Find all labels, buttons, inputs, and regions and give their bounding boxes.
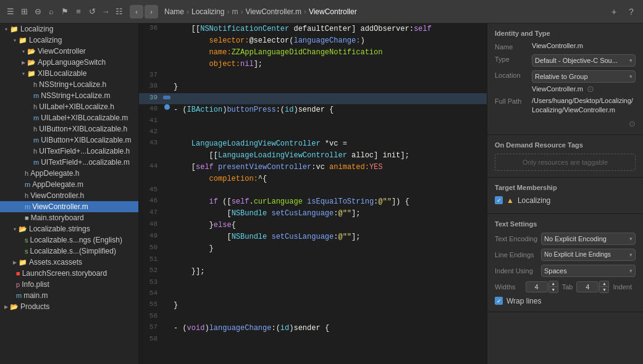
breadcrumb-item-class[interactable]: ViewController xyxy=(309,7,357,16)
name-row: Name ViewController.m xyxy=(495,42,636,51)
code-line: 49 [NSBundle setCusLanguage:@""]; xyxy=(139,231,487,243)
line-number xyxy=(139,35,162,36)
sidebar-item-localizing-root[interactable]: ▾ 📁 Localizing xyxy=(0,23,138,35)
sidebar-item-localizable-simplified[interactable]: s Localizable.s...(Simplified) xyxy=(0,246,138,257)
sidebar-item-assets[interactable]: ▶ 📁 Assets.xcassets xyxy=(0,257,138,268)
sidebar-item-nsstring-h[interactable]: h NSString+Localize.h xyxy=(0,79,138,90)
lineendings-select[interactable]: No Explicit Line Endings ▾ xyxy=(541,249,636,261)
indent-width-input[interactable] xyxy=(576,281,599,292)
sidebar-item-appdelegate-h[interactable]: h AppDelegate.h xyxy=(0,168,138,179)
grid-icon[interactable]: ⊞ xyxy=(19,6,30,17)
file-icon: h xyxy=(33,81,37,88)
code-text: }]; xyxy=(171,266,487,278)
comment-icon[interactable]: ☷ xyxy=(114,6,125,17)
sidebar-item-nsstring-m[interactable]: m NSString+Localize.m xyxy=(0,90,138,101)
sidebar-item-localizable-strings[interactable]: ▾ 📂 Localizable.strings xyxy=(0,223,138,234)
sidebar-item-info-plist[interactable]: p Info.plist xyxy=(0,279,138,290)
breadcrumb-item-1[interactable]: Name xyxy=(164,7,184,16)
select-arrow-icon: ▾ xyxy=(629,57,632,64)
sidebar-item-xiblocalizable[interactable]: ▾ 📁 XIBLocalizable xyxy=(0,68,138,79)
stepper-up-button[interactable]: ▲ xyxy=(549,281,558,287)
help-button[interactable]: ? xyxy=(624,5,638,19)
code-line-current: 39 xyxy=(139,93,487,104)
sidebar-item-uilabel-h[interactable]: h UILabel+XIBLocalize.h xyxy=(0,101,138,112)
code-text xyxy=(171,289,487,290)
sidebar-item-viewcontroller-m[interactable]: m ViewController.m xyxy=(0,201,138,212)
select-arrow-icon: ▾ xyxy=(629,268,632,274)
indent-select[interactable]: Spaces ▾ xyxy=(541,265,636,277)
path-reveal-icon[interactable]: ⊙ xyxy=(587,84,594,94)
encoding-select[interactable]: No Explicit Encoding ▾ xyxy=(541,233,636,245)
file-icon: ■ xyxy=(25,214,29,221)
inspector-panel: Identity and Type Name ViewController.m … xyxy=(487,23,643,364)
sidebar-item-uitextfield-h[interactable]: h UITextField+...Localizable.h xyxy=(0,146,138,157)
arrow-icon: ▶ xyxy=(11,260,19,265)
search-icon[interactable]: ⌕ xyxy=(46,6,57,17)
sidebar-item-appdelegate-m[interactable]: m AppDelegate.m xyxy=(0,179,138,190)
file-icon: m xyxy=(33,114,39,122)
sidebar-item-uibutton-h[interactable]: h UIButton+XIBLocalizable.h xyxy=(0,123,138,134)
sidebar-item-label: main.m xyxy=(23,291,48,300)
nav-back-button[interactable]: ‹ xyxy=(130,5,143,19)
add-file-button[interactable]: + xyxy=(607,5,621,19)
refresh-icon[interactable]: ↺ xyxy=(86,6,98,17)
sidebar-toggle-icon[interactable]: ☰ xyxy=(5,6,16,17)
stepper-down-button[interactable]: ▼ xyxy=(549,287,558,292)
breadcrumb-sep-4: › xyxy=(304,7,306,16)
breadcrumb: Name › Localizing › m › ViewController.m… xyxy=(164,7,357,16)
indent-stepper-group: ▲ ▼ xyxy=(576,281,609,293)
code-line: 46 if ([self.curLanguage isEqualToString… xyxy=(139,196,487,208)
location-select[interactable]: Relative to Group ▾ xyxy=(532,70,636,83)
sidebar-item-main-m[interactable]: m main.m xyxy=(0,290,138,301)
target-checkbox[interactable]: ✓ xyxy=(495,196,503,204)
breakpoint-area[interactable] xyxy=(162,104,171,110)
tab-width-input[interactable] xyxy=(526,281,548,292)
wrap-checkbox[interactable]: ✓ xyxy=(495,297,503,305)
sidebar-item-uibutton-m[interactable]: m UIButton+XIBLocalizable.m xyxy=(0,134,138,146)
nav-forward-button[interactable]: › xyxy=(145,5,158,19)
sidebar-item-viewcontroller-h[interactable]: h ViewController.h xyxy=(0,190,138,201)
tab-stepper[interactable]: ▲ ▼ xyxy=(548,281,558,293)
stepper-up-button[interactable]: ▲ xyxy=(600,281,608,287)
fullpath-reveal-icon[interactable]: ⊙ xyxy=(629,119,636,128)
fullpath-row: Full Path /Users/huang/Desktop/Localizin… xyxy=(495,96,636,115)
code-editor[interactable]: 36 [[NSNotificationCenter defaultCenter]… xyxy=(139,23,487,364)
code-text: [[LanguageLoadingViewController alloc] i… xyxy=(171,150,487,162)
sidebar-item-main-storyboard[interactable]: ■ Main.storyboard xyxy=(0,212,138,223)
forward-icon[interactable]: → xyxy=(100,6,111,17)
list-icon[interactable]: ≡ xyxy=(73,6,84,17)
code-text: [[NSNotificationCenter defaultCenter] ad… xyxy=(171,23,487,35)
line-number: 53 xyxy=(139,278,162,286)
sidebar-item-label: ViewController.h xyxy=(30,191,84,200)
lineendings-row: Line Endings No Explicit Line Endings ▾ xyxy=(495,249,636,261)
code-text xyxy=(171,278,487,279)
identity-section: Identity and Type Name ViewController.m … xyxy=(487,23,643,135)
line-number: 57 xyxy=(139,323,162,331)
code-line: 44 [self presentViewController:vc animat… xyxy=(139,162,487,173)
file-icon: m xyxy=(25,181,30,188)
breadcrumb-item-2[interactable]: Localizing xyxy=(191,7,224,16)
sidebar-item-viewcontroller-folder[interactable]: ▾ 📂 ViewController xyxy=(0,46,138,57)
git-icon[interactable]: ⊖ xyxy=(32,6,43,17)
breadcrumb-item-file[interactable]: ViewController.m xyxy=(245,7,301,16)
sidebar-item-localizable-english[interactable]: s Localizable.s...ngs (English) xyxy=(0,234,138,246)
sidebar-item-localizing-sub[interactable]: ▾ 📁 Localizing xyxy=(0,35,138,46)
sidebar-item-uitextfield-m[interactable]: m UITextField+...ocalizable.m xyxy=(0,157,138,168)
line-number: 37 xyxy=(139,70,162,78)
identity-section-title: Identity and Type xyxy=(495,30,636,37)
tags-section: On Demand Resource Tags Only resources a… xyxy=(487,135,643,178)
indent-stepper[interactable]: ▲ ▼ xyxy=(599,281,609,293)
breadcrumb-item-m[interactable]: m xyxy=(232,7,238,16)
file-icon: h xyxy=(33,147,37,155)
stepper-down-button[interactable]: ▼ xyxy=(600,287,608,292)
sidebar-item-products[interactable]: ▶ 📂 Products xyxy=(0,301,138,312)
sidebar-item-label: UITextField+...ocalizable.m xyxy=(41,158,130,167)
code-text xyxy=(171,116,487,117)
flag-icon[interactable]: ⚑ xyxy=(59,6,70,17)
sidebar-item-applanguageswitch[interactable]: ▶ 📂 AppLanguageSwitch xyxy=(0,57,138,68)
sidebar-item-uilabel-m[interactable]: m UILabel+XIBLocalizable.m xyxy=(0,112,138,123)
code-content[interactable]: 36 [[NSNotificationCenter defaultCenter]… xyxy=(139,23,487,364)
type-select[interactable]: Default - Objective-C Sou... ▾ xyxy=(532,54,636,67)
sidebar-item-launchscreen[interactable]: ■ LaunchScreen.storyboard xyxy=(0,268,138,279)
sidebar-item-label: Localizable.strings xyxy=(29,225,90,233)
